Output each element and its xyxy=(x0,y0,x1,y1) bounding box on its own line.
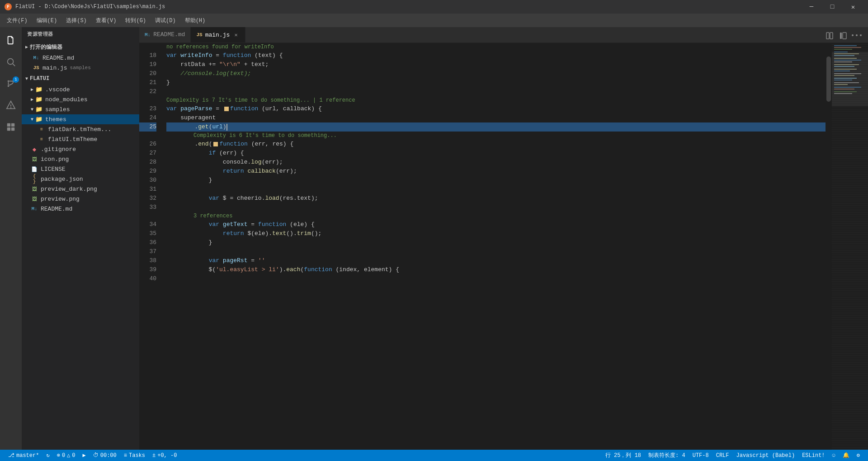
status-settings[interactable]: ⚙ xyxy=(853,450,863,461)
status-encoding[interactable]: UTF-8 xyxy=(689,450,712,461)
status-tab-size[interactable]: 制表符长度: 4 xyxy=(645,450,689,461)
sidebar-item-mainjs-open[interactable]: JS main.js samples xyxy=(22,63,139,73)
toggle-sidebar-icon[interactable] xyxy=(836,29,850,42)
svg-rect-16 xyxy=(843,33,846,39)
svg-rect-31 xyxy=(834,75,854,76)
minimap-content xyxy=(832,43,868,450)
code-line-39: $('ul.easyList > li').each(function (ind… xyxy=(166,265,826,274)
flatui-chevron: ▼ xyxy=(25,76,28,81)
close-button[interactable]: ✕ xyxy=(843,0,863,14)
open-editors-section[interactable]: ▶ 打开的编辑器 xyxy=(22,41,139,53)
status-run[interactable]: ▶ xyxy=(79,450,90,461)
svg-rect-33 xyxy=(834,80,852,80)
activity-bar: 1 xyxy=(0,27,22,450)
svg-rect-35 xyxy=(834,84,848,85)
sidebar-item-themes-label: themes xyxy=(45,116,66,123)
sidebar-item-themes[interactable]: ▼ 📁 themes xyxy=(22,114,139,124)
sidebar-item-flatui-theme[interactable]: ≡ flatUI.tmTheme xyxy=(22,134,139,144)
menu-bar: 文件(F) 编辑(E) 选择(S) 查看(V) 转到(G) 调试(D) 帮助(H… xyxy=(0,14,868,27)
sidebar-item-samples-label: samples xyxy=(45,106,70,113)
sidebar-item-license[interactable]: 📄 LICENSE xyxy=(22,164,139,174)
hint-3-references: 3 references xyxy=(166,212,826,220)
svg-rect-10 xyxy=(11,123,14,127)
menu-file[interactable]: 文件(F) xyxy=(2,14,32,27)
menu-goto[interactable]: 转到(G) xyxy=(121,14,151,27)
warning-count: 0 xyxy=(72,452,75,459)
svg-line-1 xyxy=(13,64,15,66)
code-line-29: return callback(err); xyxy=(166,167,826,176)
scrollbar-thumb[interactable] xyxy=(826,56,831,102)
sidebar-item-gitignore[interactable]: ◆ .gitignore xyxy=(22,144,139,154)
sidebar-item-flatdark[interactable]: ≡ flatDark.tmThem... xyxy=(22,124,139,134)
menu-debug[interactable]: 调试(D) xyxy=(151,14,180,27)
menu-help[interactable]: 帮助(H) xyxy=(180,14,210,27)
minimize-button[interactable]: ─ xyxy=(801,0,822,14)
svg-rect-25 xyxy=(834,61,852,62)
sidebar-item-vscode[interactable]: ▶ 📁 .vscode xyxy=(22,85,139,94)
sidebar-item-package-json[interactable]: { } package.json xyxy=(22,174,139,184)
search-activity-icon[interactable] xyxy=(0,51,22,73)
more-actions-icon[interactable]: ••• xyxy=(850,29,863,42)
hint-no-references: no references found for writeInfo xyxy=(166,43,826,51)
editor-content[interactable]: 18 19 20 21 22 23 24 25 26 27 28 29 xyxy=(139,43,868,450)
main-layout: 1 资源管理器 ▶ 打开的编辑器 M↓ README.md JS main.js… xyxy=(0,27,868,450)
sidebar-item-samples[interactable]: ▼ 📁 samples xyxy=(22,104,139,114)
tab-mainjs[interactable]: JS main.js ✕ xyxy=(191,27,245,42)
menu-view[interactable]: 查看(V) xyxy=(91,14,121,27)
code-line-26: .end(function (err, res) { xyxy=(166,140,826,149)
status-tasks[interactable]: ≡ Tasks xyxy=(120,450,149,461)
maximize-button[interactable]: □ xyxy=(822,0,843,14)
code-line-18: var writeInfo = function (text) { xyxy=(166,51,826,60)
flatui-section[interactable]: ▼ FLATUI xyxy=(22,73,139,85)
sidebar-item-preview[interactable]: 🖼 preview.png xyxy=(22,194,139,204)
svg-rect-21 xyxy=(834,53,859,54)
status-cursor-position[interactable]: 行 25，列 18 xyxy=(602,450,645,461)
status-language[interactable]: Javascript (Babel) xyxy=(733,450,799,461)
code-line-27: if (err) { xyxy=(166,149,826,158)
code-line-28: console.log(err); xyxy=(166,158,826,167)
feedback-icon: ☺ xyxy=(832,452,835,459)
status-errors[interactable]: ⊗ 0 △ 0 xyxy=(53,450,79,461)
status-eslint[interactable]: ESLint! xyxy=(798,450,828,461)
status-feedback[interactable]: ☺ xyxy=(829,450,839,461)
git-activity-icon[interactable]: 1 xyxy=(0,73,22,94)
tab-bar: M↓ README.md JS main.js ✕ ••• xyxy=(139,27,868,43)
status-line-ending[interactable]: CRLF xyxy=(712,450,733,461)
extensions-activity-icon[interactable] xyxy=(0,116,22,138)
sidebar-header: 资源管理器 xyxy=(22,27,139,41)
tab-mainjs-close[interactable]: ✕ xyxy=(232,31,240,38)
svg-point-4 xyxy=(8,85,9,87)
status-timer[interactable]: ⏱ 00:00 xyxy=(90,450,120,461)
code-line-34: var getText = function (ele) { xyxy=(166,220,826,229)
svg-rect-27 xyxy=(834,66,854,67)
sidebar-item-preview-dark[interactable]: 🖼 preview_dark.png xyxy=(22,184,139,194)
sidebar-item-node-modules[interactable]: ▶ 📁 node_modules xyxy=(22,94,139,104)
sidebar-item-icon-png[interactable]: 🖼 icon.png xyxy=(22,154,139,164)
status-notifications[interactable]: 🔔 xyxy=(839,450,853,461)
svg-rect-11 xyxy=(7,127,10,131)
title-bar: F FlatUI - D:\Code\NodeJs\FlatUI\samples… xyxy=(0,0,868,14)
menu-edit[interactable]: 编辑(E) xyxy=(32,14,62,27)
tab-readme[interactable]: M↓ README.md xyxy=(139,27,191,42)
svg-rect-26 xyxy=(834,64,859,65)
status-sync[interactable]: ↻ xyxy=(42,450,53,461)
code-area[interactable]: no references found for writeInfo var wr… xyxy=(162,43,826,450)
svg-rect-22 xyxy=(834,55,854,56)
svg-rect-9 xyxy=(7,123,10,127)
sync-icon: ↻ xyxy=(46,452,49,459)
debug-activity-icon[interactable] xyxy=(0,94,22,116)
vertical-scrollbar[interactable] xyxy=(826,43,832,450)
sidebar-item-icon-png-label: icon.png xyxy=(41,156,69,163)
files-activity-icon[interactable] xyxy=(0,29,22,51)
svg-rect-32 xyxy=(834,78,857,79)
split-editor-icon[interactable] xyxy=(823,29,836,42)
code-line-19: rstData += "\r\n" + text; xyxy=(166,60,826,69)
sidebar-item-readme-root[interactable]: M↓ README.md xyxy=(22,204,139,214)
sidebar-item-readme-open[interactable]: M↓ README.md xyxy=(22,53,139,63)
status-diff[interactable]: ± +0, -0 xyxy=(149,450,180,461)
status-branch[interactable]: ⎇ master* xyxy=(5,450,42,461)
svg-rect-17 xyxy=(834,45,857,46)
license-icon: 📄 xyxy=(31,166,38,172)
menu-select[interactable]: 选择(S) xyxy=(61,14,91,27)
flatui-label: FLATUI xyxy=(30,75,49,82)
